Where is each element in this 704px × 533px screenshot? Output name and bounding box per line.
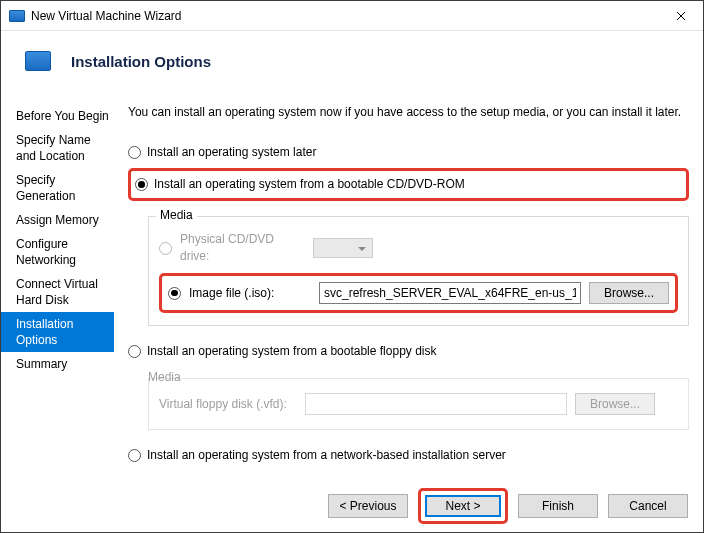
highlight-next: Next > xyxy=(418,488,508,524)
sidebar-item-specify-name[interactable]: Specify Name and Location xyxy=(1,128,114,168)
intro-text: You can install an operating system now … xyxy=(128,104,689,121)
radio-icon xyxy=(128,345,141,358)
option-install-cd[interactable]: Install an operating system from a boota… xyxy=(135,173,682,196)
close-icon xyxy=(676,11,686,21)
radio-icon xyxy=(135,178,148,191)
highlight-cd-option: Install an operating system from a boota… xyxy=(128,168,689,201)
groupbox-label: Media xyxy=(156,207,197,224)
highlight-image-file: Image file (.iso): Browse... xyxy=(159,273,678,313)
radio-icon xyxy=(159,242,172,255)
vfd-path-input xyxy=(305,393,567,415)
sidebar-item-specify-generation[interactable]: Specify Generation xyxy=(1,168,114,208)
wizard-content: You can install an operating system now … xyxy=(114,89,703,467)
option-label: Install an operating system from a boota… xyxy=(154,176,465,193)
option-install-network[interactable]: Install an operating system from a netwo… xyxy=(128,444,689,467)
titlebar: New Virtual Machine Wizard xyxy=(1,1,703,31)
physical-drive-select xyxy=(313,238,373,258)
sidebar-item-summary[interactable]: Summary xyxy=(1,352,114,376)
browse-vfd-button: Browse... xyxy=(575,393,655,415)
header-icon xyxy=(25,51,51,71)
radio-icon xyxy=(168,287,181,300)
sidebar-item-connect-vhd[interactable]: Connect Virtual Hard Disk xyxy=(1,272,114,312)
option-label: Install an operating system from a boota… xyxy=(147,343,437,360)
cancel-button[interactable]: Cancel xyxy=(608,494,688,518)
cd-media-group: Media Physical CD/DVD drive: Image file … xyxy=(148,207,689,326)
option-label: Install an operating system later xyxy=(147,144,316,161)
radio-icon xyxy=(128,449,141,462)
page-title: Installation Options xyxy=(71,53,211,70)
vfd-label: Virtual floppy disk (.vfd): xyxy=(159,396,297,413)
next-button[interactable]: Next > xyxy=(425,495,501,517)
floppy-media-group: Media Virtual floppy disk (.vfd): Browse… xyxy=(148,369,689,430)
groupbox-label: Media xyxy=(148,370,181,384)
window-title: New Virtual Machine Wizard xyxy=(31,9,658,23)
physical-drive-label: Physical CD/DVD drive: xyxy=(180,231,305,265)
physical-drive-row: Physical CD/DVD drive: xyxy=(159,229,678,267)
finish-button[interactable]: Finish xyxy=(518,494,598,518)
iso-path-input[interactable] xyxy=(319,282,581,304)
sidebar-item-configure-networking[interactable]: Configure Networking xyxy=(1,232,114,272)
wizard-footer: < Previous Next > Finish Cancel xyxy=(0,479,704,533)
sidebar-item-assign-memory[interactable]: Assign Memory xyxy=(1,208,114,232)
wizard-steps-sidebar: Before You Begin Specify Name and Locati… xyxy=(1,89,114,467)
image-file-label: Image file (.iso): xyxy=(189,285,311,302)
browse-iso-button[interactable]: Browse... xyxy=(589,282,669,304)
sidebar-item-installation-options[interactable]: Installation Options xyxy=(1,312,114,352)
radio-icon xyxy=(128,146,141,159)
sidebar-item-before-you-begin[interactable]: Before You Begin xyxy=(1,104,114,128)
previous-button[interactable]: < Previous xyxy=(328,494,408,518)
option-install-floppy[interactable]: Install an operating system from a boota… xyxy=(128,340,689,363)
option-label: Install an operating system from a netwo… xyxy=(147,447,506,464)
option-install-later[interactable]: Install an operating system later xyxy=(128,141,689,164)
app-icon xyxy=(9,10,25,22)
wizard-header: Installation Options xyxy=(1,31,703,89)
close-button[interactable] xyxy=(658,1,703,31)
